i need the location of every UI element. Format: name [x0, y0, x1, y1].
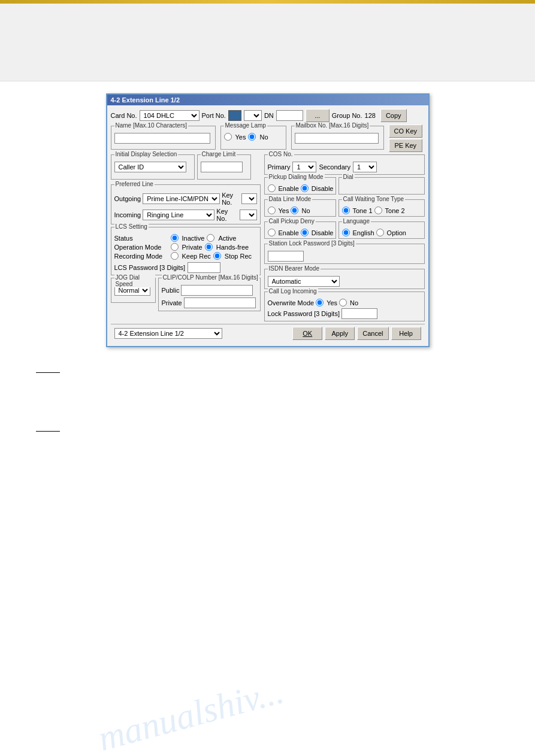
outgoing-label: Outgoing [114, 195, 141, 202]
ok-button[interactable]: OK [292, 327, 322, 340]
lock-password-label: Lock Password [3 Digits] [268, 310, 340, 317]
group-no-value: 128 [365, 112, 376, 119]
pickup-deny-enable-radio[interactable] [268, 229, 276, 236]
watermark: manualshiv... [93, 670, 288, 756]
dialog-wrapper: 4-2 Extension Line 1/2 Card No. 104 DHLC… [0, 81, 535, 347]
mailbox-label: Mailbox No. [Max.16 Digits] [295, 122, 370, 129]
tone1-radio[interactable] [342, 207, 350, 214]
jog-dial-group: JOG Dial Speed Normal Fast Slow [111, 278, 156, 303]
status-active-radio[interactable] [207, 234, 214, 242]
outgoing-keyno-select[interactable] [241, 193, 257, 204]
note-line-2 [36, 421, 60, 432]
pickup-disable-radio[interactable] [301, 184, 309, 192]
cos-primary-select[interactable]: 1 [292, 162, 316, 172]
clip-private-input[interactable] [184, 297, 256, 308]
message-lamp-yes-radio[interactable] [224, 133, 232, 141]
message-lamp-group: Message Lamp Yes No [220, 126, 286, 150]
card-row: Card No. 104 DHLC Port No. DN 1009 ... G… [111, 109, 425, 122]
mailbox-input[interactable]: 1009 [295, 133, 379, 144]
cos-no-group: COS No. Primary 1 Secondary 1 [264, 154, 425, 175]
language-option-label: Option [387, 229, 406, 236]
apply-button[interactable]: Apply [325, 327, 355, 340]
status-inactive-radio[interactable] [171, 234, 179, 242]
name-input[interactable] [114, 133, 210, 144]
dn-input[interactable]: 1009 [276, 110, 303, 121]
data-line-no-radio[interactable] [291, 207, 298, 214]
isdn-bearer-select[interactable]: Automatic Speech 3.1kHz Audio 64k Unrest… [268, 276, 340, 287]
lcs-password-input[interactable] [188, 262, 220, 273]
recording-stoprec-label: Stop Rec [225, 253, 252, 260]
bottom-select[interactable]: 4-2 Extension Line 1/2 [114, 328, 222, 339]
pickup-deny-disable-radio[interactable] [301, 229, 309, 236]
language-group: Language English Option [338, 221, 425, 239]
recording-stoprec-radio[interactable] [213, 252, 221, 260]
pe-key-button[interactable]: PE Key [389, 139, 423, 152]
call-log-incoming-group: Call Log Incoming Overwrite Mode Yes No [264, 292, 425, 321]
pickup-enable-radio[interactable] [268, 184, 276, 192]
preferred-line-group: Preferred Line Outgoing Prime Line-ICM/P… [111, 184, 261, 224]
incoming-keyno-select[interactable] [240, 210, 256, 220]
language-english-radio[interactable] [342, 229, 350, 236]
recording-keeprec-label: Keep Rec [182, 253, 211, 260]
overwrite-no-radio[interactable] [339, 299, 347, 306]
charge-limit-label: Charge Limit [201, 151, 237, 157]
cos-secondary-select[interactable]: 1 [353, 162, 377, 172]
isdn-bearer-label: ISDN Bearer Mode [268, 265, 321, 272]
station-lock-input[interactable] [268, 251, 304, 262]
language-english-label: English [353, 229, 374, 236]
left-column: Initial Display Selection Caller ID Char… [111, 154, 261, 324]
message-lamp-yes-label: Yes [235, 133, 246, 141]
operation-handsfree-radio[interactable] [205, 243, 213, 251]
outgoing-select[interactable]: Prime Line-ICM/PDN [143, 193, 220, 204]
lcs-setting-group: LCS Setting Status Inactive Active [111, 227, 261, 275]
overwrite-yes-label: Yes [327, 299, 337, 306]
pickup-deny-row: Call Pickup Deny Enable Disable Language [264, 221, 425, 241]
station-lock-row: Station Lock Password [3 Digits] [264, 244, 425, 266]
mailbox-group: Mailbox No. [Max.16 Digits] 1009 [291, 126, 384, 150]
pickup-deny-disable-label: Disable [312, 229, 334, 236]
co-key-button[interactable]: CO Key [389, 125, 423, 138]
port-no-label: Port No. [202, 112, 226, 119]
call-pickup-deny-label: Call Pickup Deny [268, 218, 316, 224]
language-option-radio[interactable] [376, 229, 384, 236]
incoming-select[interactable]: Ringing Line [143, 210, 214, 220]
operation-mode-label: Operation Mode [114, 244, 168, 251]
main-dialog: 4-2 Extension Line 1/2 Card No. 104 DHLC… [106, 93, 430, 347]
port-no-select[interactable] [244, 110, 262, 121]
pickup-disable-label: Disable [312, 185, 334, 192]
pickup-dialing-group: Pickup Dialing Mode Enable Disable [264, 177, 336, 195]
data-line-yes-radio[interactable] [268, 207, 276, 214]
incoming-label: Incoming [114, 211, 141, 218]
overwrite-yes-radio[interactable] [316, 299, 324, 306]
lock-password-input[interactable] [341, 308, 377, 319]
clip-private-label: Private [162, 299, 182, 306]
dn-browse-button[interactable]: ... [306, 109, 330, 122]
operation-private-label: Private [182, 244, 202, 251]
recording-mode-label: Recording Mode [114, 253, 168, 260]
language-label: Language [342, 218, 371, 224]
dial-label: Dial [342, 174, 355, 180]
clip-public-input[interactable] [181, 285, 253, 296]
cos-no-label: COS No. [268, 151, 294, 157]
initial-display-select[interactable]: Caller ID [114, 162, 186, 172]
copy-button[interactable]: Copy [380, 109, 407, 122]
pickup-enable-label: Enable [279, 185, 299, 192]
port-color-indicator [228, 110, 241, 121]
operation-private-radio[interactable] [171, 243, 179, 251]
tone1-label: Tone 1 [353, 207, 373, 214]
data-line-yes-label: Yes [279, 207, 289, 214]
card-no-select[interactable]: 104 DHLC [140, 110, 200, 121]
tone2-radio[interactable] [374, 207, 382, 214]
charge-limit-input[interactable]: 0 [201, 162, 243, 172]
overwrite-no-label: No [350, 299, 358, 306]
initial-display-label: Initial Display Selection [114, 151, 179, 157]
call-pickup-deny-group: Call Pickup Deny Enable Disable [264, 221, 336, 239]
pickup-dialing-label: Pickup Dialing Mode [268, 174, 325, 180]
recording-keeprec-radio[interactable] [171, 252, 179, 260]
name-row: Name [Max.10 Characters] Message Lamp Ye… [111, 125, 425, 152]
jog-dial-label: JOG Dial Speed [114, 274, 155, 287]
help-button[interactable]: Help [391, 327, 421, 340]
data-line-no-label: No [301, 207, 310, 214]
cancel-button[interactable]: Cancel [357, 327, 388, 340]
message-lamp-no-radio[interactable] [248, 133, 256, 141]
